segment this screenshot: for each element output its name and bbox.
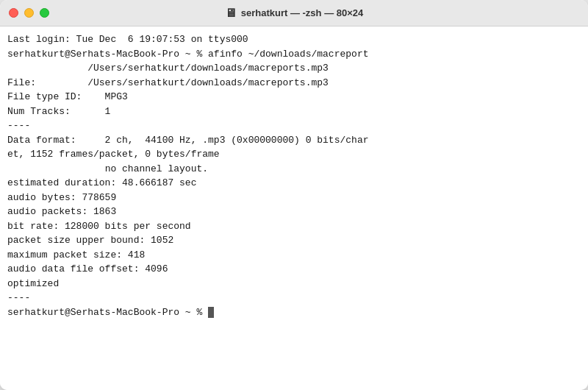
terminal-line: bit rate: 128000 bits per second: [7, 219, 581, 234]
terminal-line: File: /Users/serhatkurt/downloads/macrep…: [7, 76, 581, 91]
terminal-line: Data format: 2 ch, 44100 Hz, .mp3 (0x000…: [7, 133, 581, 148]
minimize-button[interactable]: [24, 8, 34, 18]
terminal-line: audio packets: 1863: [7, 205, 581, 219]
terminal-icon: 🖥: [225, 7, 237, 20]
terminal-line: Num Tracks: 1: [7, 104, 581, 119]
terminal-line: serhatkurt@Serhats-MacBook-Pro ~ %: [7, 305, 581, 320]
terminal-line: no channel layout.: [7, 162, 581, 177]
terminal-line: optimized: [7, 277, 581, 291]
titlebar: 🖥 serhatkurt — -zsh — 80×24: [0, 0, 588, 26]
title-text: serhatkurt — -zsh — 80×24: [241, 7, 364, 18]
cursor: [208, 307, 214, 318]
terminal-line: estimated duration: 48.666187 sec: [7, 176, 581, 191]
terminal-line: et, 1152 frames/packet, 0 bytes/frame: [7, 147, 581, 162]
terminal-line: Last login: Tue Dec 6 19:07:53 on ttys00…: [7, 32, 581, 47]
close-button[interactable]: [9, 8, 18, 18]
terminal-line: ----: [7, 118, 581, 133]
terminal-window: 🖥 serhatkurt — -zsh — 80×24 Last login: …: [0, 0, 588, 390]
terminal-line: ----: [7, 291, 581, 305]
terminal-line: audio data file offset: 4096: [7, 262, 581, 277]
traffic-lights: [9, 8, 49, 18]
window-title: 🖥 serhatkurt — -zsh — 80×24: [225, 7, 364, 20]
terminal-line: packet size upper bound: 1052: [7, 233, 581, 248]
terminal-line: /Users/serhatkurt/downloads/macreports.m…: [7, 61, 581, 76]
terminal-body[interactable]: Last login: Tue Dec 6 19:07:53 on ttys00…: [0, 26, 588, 390]
maximize-button[interactable]: [40, 8, 49, 18]
terminal-line: maximum packet size: 418: [7, 248, 581, 263]
terminal-line: File type ID: MPG3: [7, 90, 581, 104]
terminal-line: serhatkurt@Serhats-MacBook-Pro ~ % afinf…: [7, 47, 581, 62]
terminal-line: audio bytes: 778659: [7, 191, 581, 205]
